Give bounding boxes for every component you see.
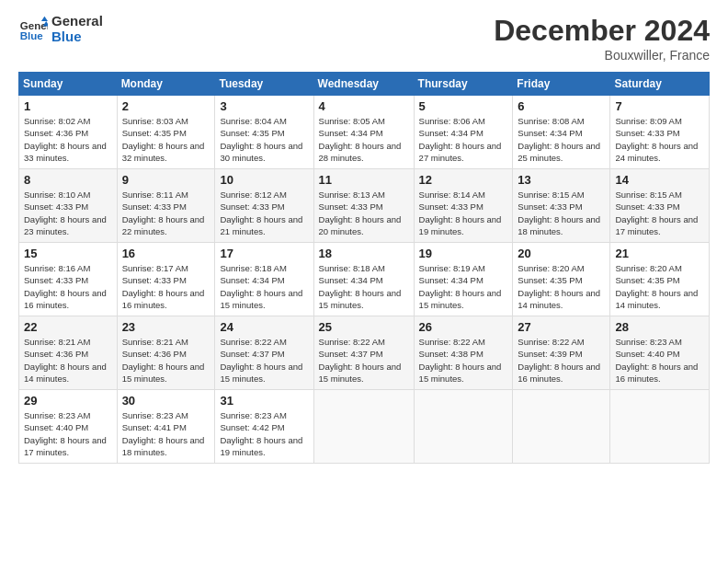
day-info: Sunrise: 8:17 AMSunset: 4:33 PMDaylight:… [122, 263, 205, 310]
day-number: 1 [24, 99, 112, 113]
day-info: Sunrise: 8:23 AMSunset: 4:41 PMDaylight:… [122, 410, 205, 457]
calendar-cell: 15 Sunrise: 8:16 AMSunset: 4:33 PMDaylig… [19, 243, 118, 316]
day-number: 26 [419, 320, 508, 334]
day-info: Sunrise: 8:21 AMSunset: 4:36 PMDaylight:… [24, 337, 107, 384]
day-info: Sunrise: 8:06 AMSunset: 4:34 PMDaylight:… [419, 116, 502, 163]
calendar-cell: 10 Sunrise: 8:12 AMSunset: 4:33 PMDaylig… [215, 169, 313, 243]
day-info: Sunrise: 8:22 AMSunset: 4:37 PMDaylight:… [319, 337, 402, 384]
day-number: 7 [615, 99, 704, 113]
day-number: 6 [518, 99, 605, 113]
day-info: Sunrise: 8:18 AMSunset: 4:34 PMDaylight:… [220, 263, 302, 310]
day-number: 19 [419, 247, 508, 260]
day-number: 20 [518, 247, 605, 260]
day-info: Sunrise: 8:04 AMSunset: 4:35 PMDaylight:… [220, 116, 302, 163]
day-info: Sunrise: 8:09 AMSunset: 4:33 PMDaylight:… [615, 116, 698, 163]
day-info: Sunrise: 8:14 AMSunset: 4:33 PMDaylight:… [419, 190, 502, 236]
day-number: 17 [220, 247, 308, 260]
calendar-cell: 14 Sunrise: 8:15 AMSunset: 4:33 PMDaylig… [610, 169, 710, 243]
day-number: 11 [319, 173, 409, 187]
logo-text-block: General Blue [51, 14, 103, 44]
day-number: 9 [122, 173, 210, 187]
day-info: Sunrise: 8:20 AMSunset: 4:35 PMDaylight:… [518, 263, 600, 310]
calendar-cell: 6 Sunrise: 8:08 AMSunset: 4:34 PMDayligh… [513, 96, 610, 169]
day-number: 15 [24, 247, 112, 260]
day-number: 5 [419, 99, 508, 113]
day-info: Sunrise: 8:22 AMSunset: 4:38 PMDaylight:… [419, 337, 502, 384]
calendar-cell: 17 Sunrise: 8:18 AMSunset: 4:34 PMDaylig… [215, 243, 313, 316]
calendar-cell: 26 Sunrise: 8:22 AMSunset: 4:38 PMDaylig… [414, 316, 513, 390]
calendar-cell: 3 Sunrise: 8:04 AMSunset: 4:35 PMDayligh… [215, 96, 313, 169]
calendar-cell: 24 Sunrise: 8:22 AMSunset: 4:37 PMDaylig… [215, 316, 313, 390]
calendar-cell: 9 Sunrise: 8:11 AMSunset: 4:33 PMDayligh… [117, 169, 215, 243]
day-number: 10 [220, 173, 308, 187]
header-thursday: Thursday [414, 73, 513, 96]
day-info: Sunrise: 8:20 AMSunset: 4:35 PMDaylight:… [615, 263, 698, 310]
calendar-cell: 5 Sunrise: 8:06 AMSunset: 4:34 PMDayligh… [414, 96, 513, 169]
day-number: 8 [24, 173, 112, 187]
calendar-row: 1 Sunrise: 8:02 AMSunset: 4:36 PMDayligh… [19, 96, 710, 169]
header-tuesday: Tuesday [215, 73, 313, 96]
day-number: 24 [220, 320, 308, 334]
calendar-cell: 29 Sunrise: 8:23 AMSunset: 4:40 PMDaylig… [19, 390, 118, 464]
calendar-cell [610, 390, 710, 464]
day-info: Sunrise: 8:15 AMSunset: 4:33 PMDaylight:… [615, 190, 698, 236]
day-info: Sunrise: 8:15 AMSunset: 4:33 PMDaylight:… [518, 190, 600, 236]
calendar-cell: 2 Sunrise: 8:03 AMSunset: 4:35 PMDayligh… [117, 96, 215, 169]
calendar-cell: 25 Sunrise: 8:22 AMSunset: 4:37 PMDaylig… [313, 316, 414, 390]
title-block: December 2024 Bouxwiller, France [494, 14, 710, 63]
calendar-cell [513, 390, 610, 464]
calendar-table: Sunday Monday Tuesday Wednesday Thursday… [18, 72, 710, 464]
calendar-cell: 1 Sunrise: 8:02 AMSunset: 4:36 PMDayligh… [19, 96, 118, 169]
calendar-cell: 12 Sunrise: 8:14 AMSunset: 4:33 PMDaylig… [414, 169, 513, 243]
day-number: 23 [122, 320, 210, 334]
day-info: Sunrise: 8:19 AMSunset: 4:34 PMDaylight:… [419, 263, 502, 310]
day-number: 27 [518, 320, 605, 334]
calendar-cell: 7 Sunrise: 8:09 AMSunset: 4:33 PMDayligh… [610, 96, 710, 169]
calendar-cell: 27 Sunrise: 8:22 AMSunset: 4:39 PMDaylig… [513, 316, 610, 390]
calendar-cell: 8 Sunrise: 8:10 AMSunset: 4:33 PMDayligh… [19, 169, 118, 243]
logo: General Blue General Blue [18, 14, 103, 44]
calendar-cell: 16 Sunrise: 8:17 AMSunset: 4:33 PMDaylig… [117, 243, 215, 316]
header-friday: Friday [513, 73, 610, 96]
header-saturday: Saturday [610, 73, 710, 96]
day-info: Sunrise: 8:03 AMSunset: 4:35 PMDaylight:… [122, 116, 205, 163]
calendar-cell: 21 Sunrise: 8:20 AMSunset: 4:35 PMDaylig… [610, 243, 710, 316]
day-info: Sunrise: 8:16 AMSunset: 4:33 PMDaylight:… [24, 263, 107, 310]
svg-text:Blue: Blue [20, 29, 44, 40]
day-info: Sunrise: 8:21 AMSunset: 4:36 PMDaylight:… [122, 337, 205, 384]
header-wednesday: Wednesday [313, 73, 414, 96]
calendar-cell [414, 390, 513, 464]
day-info: Sunrise: 8:23 AMSunset: 4:40 PMDaylight:… [615, 337, 698, 384]
calendar-cell: 11 Sunrise: 8:13 AMSunset: 4:33 PMDaylig… [313, 169, 414, 243]
day-number: 31 [220, 394, 308, 408]
day-info: Sunrise: 8:11 AMSunset: 4:33 PMDaylight:… [122, 190, 205, 236]
header-monday: Monday [117, 73, 215, 96]
day-info: Sunrise: 8:18 AMSunset: 4:34 PMDaylight:… [319, 263, 402, 310]
calendar-cell: 23 Sunrise: 8:21 AMSunset: 4:36 PMDaylig… [117, 316, 215, 390]
calendar-row: 22 Sunrise: 8:21 AMSunset: 4:36 PMDaylig… [19, 316, 710, 390]
day-info: Sunrise: 8:08 AMSunset: 4:34 PMDaylight:… [518, 116, 600, 163]
day-info: Sunrise: 8:13 AMSunset: 4:33 PMDaylight:… [319, 190, 402, 236]
calendar-cell: 28 Sunrise: 8:23 AMSunset: 4:40 PMDaylig… [610, 316, 710, 390]
calendar-cell: 20 Sunrise: 8:20 AMSunset: 4:35 PMDaylig… [513, 243, 610, 316]
day-number: 12 [419, 173, 508, 187]
calendar-cell [313, 390, 414, 464]
day-number: 28 [615, 320, 704, 334]
calendar-cell: 4 Sunrise: 8:05 AMSunset: 4:34 PMDayligh… [313, 96, 414, 169]
header-sunday: Sunday [19, 73, 118, 96]
day-number: 14 [615, 173, 704, 187]
calendar-cell: 30 Sunrise: 8:23 AMSunset: 4:41 PMDaylig… [117, 390, 215, 464]
day-number: 2 [122, 99, 210, 113]
calendar-cell: 18 Sunrise: 8:18 AMSunset: 4:34 PMDaylig… [313, 243, 414, 316]
day-number: 18 [319, 247, 409, 260]
day-info: Sunrise: 8:22 AMSunset: 4:39 PMDaylight:… [518, 337, 600, 384]
day-number: 21 [615, 247, 704, 260]
day-info: Sunrise: 8:02 AMSunset: 4:36 PMDaylight:… [24, 116, 107, 163]
day-info: Sunrise: 8:10 AMSunset: 4:33 PMDaylight:… [24, 190, 107, 236]
calendar-cell: 13 Sunrise: 8:15 AMSunset: 4:33 PMDaylig… [513, 169, 610, 243]
logo-icon: General Blue [18, 15, 48, 44]
day-number: 25 [319, 320, 409, 334]
day-number: 3 [220, 99, 308, 113]
day-info: Sunrise: 8:12 AMSunset: 4:33 PMDaylight:… [220, 190, 302, 236]
header: General Blue General Blue December 2024 … [18, 14, 710, 63]
